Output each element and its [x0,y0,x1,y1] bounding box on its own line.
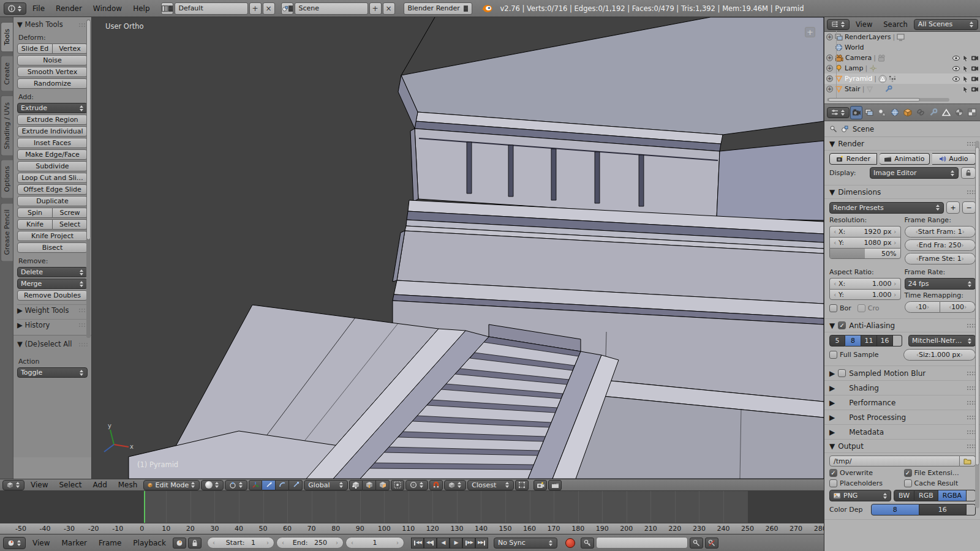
expand-icon[interactable]: + [826,34,833,40]
outliner-item[interactable]: + Stair | [824,84,980,94]
topbar-menu[interactable]: Window [88,4,127,13]
aa-sample-button[interactable]: 16 [877,335,893,347]
tab-material[interactable] [953,106,965,119]
crop-checkbox[interactable] [858,304,865,312]
color-mode-button[interactable]: RGBA [938,490,967,501]
merge-menu-button[interactable]: Merge [17,279,88,289]
render-still-button[interactable]: Render [829,153,877,165]
play-reverse-button[interactable]: ◀ [437,538,450,549]
color-depth-button[interactable]: 16 [919,504,967,515]
panel-header-mesh-tools[interactable]: ▼ Mesh Tools [17,20,88,29]
visibility-eye-icon[interactable] [952,66,960,72]
extrude-menu-button[interactable]: Extrude [17,103,88,113]
editor-type-button-outliner[interactable] [827,19,850,30]
render-audio-button[interactable]: Audio [932,153,976,165]
screen-layout-icon-button[interactable] [161,2,173,15]
border-checkbox[interactable] [829,304,837,312]
open-folder-button[interactable] [960,455,976,467]
view3d-menu[interactable]: Select [54,481,86,489]
jump-to-start-button[interactable]: ◀◀ [411,538,424,549]
tool-button[interactable]: Bisect [17,242,88,253]
decrement-arrow-icon[interactable]: ‹ [282,539,284,546]
view3d-menu[interactable]: View [26,481,53,489]
collapsed-panel-header[interactable]: ▶ Shading [824,381,980,395]
collapsed-panel-header[interactable]: ▶ Post Processing [824,410,980,425]
manipulator-axes-button[interactable] [249,480,262,490]
slide-edge-button[interactable]: Slide Ed [17,43,53,54]
tool-button[interactable]: Make Edge/Face [17,149,88,160]
view3d-menu[interactable]: Add [88,481,112,489]
renderability-camera-icon[interactable] [971,66,979,72]
outliner-menu[interactable]: Search [878,20,913,29]
sync-mode-select[interactable]: No Sync [494,538,557,549]
prev-keyframe-button[interactable]: ◀◀ [424,538,437,549]
output-panel-header[interactable]: ▼ Output [824,440,980,453]
file-extensions-checkbox[interactable]: ✓ [904,469,912,477]
viewport-shading-select[interactable] [201,480,224,490]
viewport-3d[interactable]: User Ortho (1) Pyramid + x y [92,17,824,479]
close-layout-button[interactable]: × [263,2,275,15]
preset-remove-button[interactable]: − [962,201,976,214]
panel-checkbox[interactable] [838,369,846,377]
toolshelf-tab[interactable]: Grease Pencil [1,203,13,261]
proportional-edit-select[interactable] [405,480,428,490]
face-select-button[interactable] [376,480,390,490]
toolshelf-tab[interactable]: Options [1,159,13,198]
translate-manipulator-button[interactable] [262,480,276,490]
expand-icon[interactable]: + [826,75,833,82]
panel-grip-icon[interactable] [967,386,976,390]
delete-menu-button[interactable]: Delete [17,267,88,277]
tool-button[interactable]: Randomize [17,78,88,89]
keying-set-field[interactable] [596,537,688,549]
render-engine-select[interactable]: Blender Render [404,2,472,15]
panel-grip-icon[interactable] [967,444,976,448]
properties-scrollbar[interactable] [975,141,979,508]
pivot-point-select[interactable] [225,480,247,490]
outliner-item[interactable]: + Camera | [824,53,980,63]
color-mode-button[interactable]: RGB [914,490,938,501]
keying-set-icon-button[interactable] [581,538,594,549]
current-frame-field[interactable]: ‹ 1 › [345,537,404,549]
vertex-slide-button[interactable]: Vertex [53,43,88,54]
tab-render[interactable] [850,106,862,119]
render-opengl-anim-button[interactable] [548,480,562,490]
jump-to-end-button[interactable]: ▶▶ [475,538,488,549]
render-opengl-image-button[interactable] [533,480,547,490]
output-path-field[interactable]: /tmp/ [829,455,960,467]
topbar-menu[interactable]: File [28,4,50,13]
scale-manipulator-button[interactable] [289,480,303,490]
scrollbar-thumb[interactable] [975,147,979,465]
outliner-hscrollbar[interactable] [827,98,949,102]
panel-grip-icon[interactable] [967,415,976,419]
anti-aliasing-panel-header[interactable]: ▼ ✓ Anti-Aliasing [824,319,980,332]
spin-button[interactable]: Spin [17,208,53,218]
selectability-cursor-icon[interactable] [962,65,969,72]
selectability-cursor-icon[interactable] [962,75,969,83]
full-sample-checkbox[interactable] [829,351,837,359]
topbar-menu[interactable]: Help [128,4,154,13]
aa-sample-button[interactable]: 5 [829,335,845,347]
panel-grip-icon[interactable] [967,141,976,146]
timeline-ruler[interactable]: -50 -40 -30 -20 -10 0 10 20 30 40 50 [0,523,824,534]
outliner-item[interactable]: + World | [824,42,980,53]
collapsed-panel-header[interactable]: ▶ Metadata [824,425,980,440]
auto-keyframe-record-button[interactable] [565,538,575,548]
screen-layout-field[interactable]: Default [175,2,248,15]
tab-scene[interactable] [876,106,888,119]
aa-sample-button[interactable]: 8 [845,335,861,347]
tool-button[interactable]: Smooth Vertex [17,67,88,77]
insert-keyframe-button[interactable] [690,538,703,549]
tool-button[interactable]: Knife Project [17,231,88,241]
resolution-y-field[interactable]: ‹ Y: 1080 px › [829,237,901,248]
delete-keyframe-button[interactable] [705,538,718,549]
file-format-select[interactable]: PNG [829,490,891,501]
outliner-filter-select[interactable]: All Scenes [914,19,978,30]
editor-type-button-3d[interactable] [2,480,24,490]
panel-grip-icon[interactable] [78,342,88,347]
rotate-manipulator-button[interactable] [276,480,289,490]
display-select[interactable]: Image Editor [870,167,959,179]
panel-grip-icon[interactable] [967,400,976,405]
weight-tools-panel-header[interactable]: ▶ Weight Tools [17,304,88,315]
expand-icon[interactable]: + [826,54,833,61]
increment-arrow-icon[interactable]: › [266,539,269,546]
